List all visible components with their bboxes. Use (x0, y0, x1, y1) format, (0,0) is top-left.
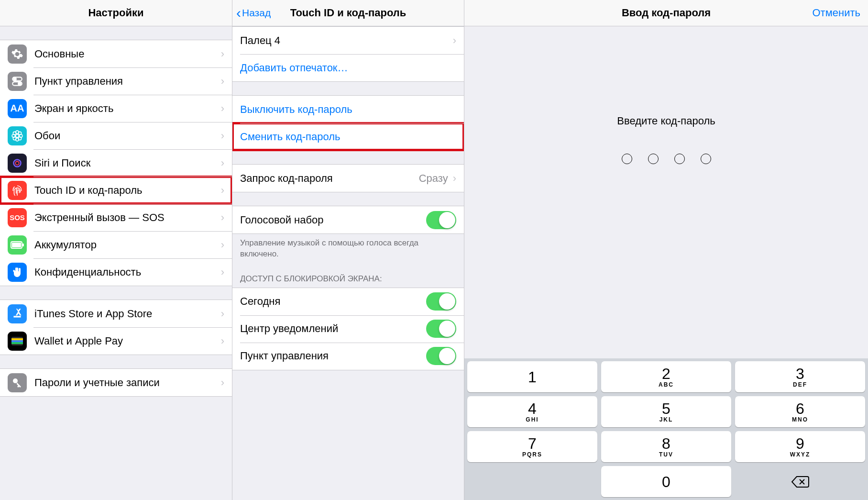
cell-label: Сегодня (240, 295, 426, 308)
keypad-key-5[interactable]: 5JKL (601, 396, 731, 427)
toggle-switch[interactable] (426, 320, 456, 338)
settings-item-label: Аккумулятор (34, 239, 221, 251)
svg-rect-17 (12, 243, 21, 247)
flower-icon (8, 126, 27, 145)
settings-item-label: Touch ID и код-пароль (34, 184, 221, 197)
key-letters: PQRS (522, 451, 542, 458)
settings-item-sos[interactable]: SOSЭкстренный вызов — SOS› (0, 204, 232, 231)
cell-change-passcode[interactable]: Сменить код-пароль (232, 123, 464, 150)
chevron-right-icon: › (221, 377, 224, 389)
key-digit: 1 (528, 369, 537, 385)
chevron-right-icon: › (221, 211, 224, 224)
cell-label: Пункт управления (240, 350, 426, 362)
settings-item-accounts[interactable]: Пароли и учетные записи› (0, 369, 232, 396)
sos-icon: SOS (8, 208, 27, 227)
key-digit: 7 (528, 436, 537, 451)
cell-disable-passcode[interactable]: Выключить код-пароль (232, 96, 464, 123)
voice-footer: Управление музыкой с помощью голоса всег… (232, 234, 464, 266)
settings-item-app-store[interactable]: iTunes Store и App Store› (0, 300, 232, 327)
key-letters: JKL (659, 416, 673, 423)
chevron-right-icon: › (221, 335, 224, 347)
settings-item-control-center[interactable]: Пункт управления› (0, 67, 232, 95)
key-letters: ABC (659, 381, 674, 388)
passcode-navbar: Ввод код-пароля Отменить (464, 0, 868, 26)
switches-icon (8, 72, 27, 91)
cell-today[interactable]: Сегодня (232, 288, 464, 315)
lockscreen-header: ДОСТУП С БЛОКИРОВКОЙ ЭКРАНА: (232, 266, 464, 288)
cell-add-fingerprint[interactable]: Добавить отпечаток… (232, 54, 464, 81)
wallet-icon (8, 332, 27, 351)
fingerprint-icon (8, 181, 27, 200)
passcode-dot (648, 154, 659, 164)
cell-label: Сменить код-пароль (240, 131, 456, 143)
touchid-title: Touch ID и код-пароль (290, 7, 407, 19)
settings-item-label: Wallet и Apple Pay (34, 335, 221, 347)
key-letters: MNO (792, 416, 808, 423)
chevron-right-icon: › (221, 239, 224, 251)
settings-item-wallet[interactable]: Wallet и Apple Pay› (0, 327, 232, 355)
svg-point-4 (16, 134, 19, 137)
touchid-scroll[interactable]: Палец 4›Добавить отпечаток… Выключить ко… (232, 26, 464, 500)
passcode-entry-column: Ввод код-пароля Отменить Введите код-пар… (464, 0, 868, 500)
settings-item-general[interactable]: Основные› (0, 40, 232, 67)
keypad-blank (467, 466, 597, 497)
cancel-button[interactable]: Отменить (812, 7, 860, 19)
chevron-right-icon: › (221, 48, 224, 60)
passcode-dot (622, 154, 632, 164)
settings-scroll[interactable]: Основные›Пункт управления›AAЭкран и ярко… (0, 26, 232, 500)
chevron-left-icon: ‹ (236, 6, 241, 20)
settings-item-display[interactable]: AAЭкран и яркость› (0, 95, 232, 122)
keypad-key-8[interactable]: 8TUV (601, 431, 731, 462)
touchid-column: ‹ Назад Touch ID и код-пароль Палец 4›До… (232, 0, 464, 500)
cell-label: Палец 4 (240, 34, 453, 47)
keypad-key-6[interactable]: 6MNO (735, 396, 865, 427)
toggle-switch[interactable] (426, 211, 456, 229)
key-letters: GHI (526, 416, 538, 423)
chevron-right-icon: › (453, 34, 456, 47)
key-digit: 9 (796, 436, 804, 451)
keypad-key-3[interactable]: 3DEF (735, 361, 865, 392)
keypad-key-7[interactable]: 7PQRS (467, 431, 597, 462)
backspace-icon (791, 476, 809, 488)
chevron-right-icon: › (453, 172, 456, 185)
key-letters: TUV (659, 451, 673, 458)
settings-column: Настройки Основные›Пункт управления›AAЭк… (0, 0, 232, 500)
cell-control-center2[interactable]: Пункт управления (232, 343, 464, 370)
keypad-key-1[interactable]: 1 (467, 361, 597, 392)
cell-voice-dial[interactable]: Голосовой набор (232, 206, 464, 233)
cell-label: Добавить отпечаток… (240, 62, 456, 74)
back-button[interactable]: ‹ Назад (236, 6, 271, 20)
keypad-key-2[interactable]: 2ABC (601, 361, 731, 392)
hand-icon (8, 263, 27, 282)
keypad-delete[interactable] (735, 466, 865, 497)
chevron-right-icon: › (221, 266, 224, 278)
chevron-right-icon: › (221, 130, 224, 142)
cell-request-passcode[interactable]: Запрос код-пароляСразу› (232, 165, 464, 192)
toggle-switch[interactable] (426, 292, 456, 311)
cell-label: Центр уведомлений (240, 322, 426, 335)
key-digit: 5 (662, 401, 670, 416)
chevron-right-icon: › (221, 308, 224, 320)
siri-icon (8, 154, 27, 173)
settings-title: Настройки (88, 7, 143, 19)
cell-notif-center[interactable]: Центр уведомлений (232, 315, 464, 343)
keypad-key-9[interactable]: 9WXYZ (735, 431, 865, 462)
passcode-dots (622, 154, 711, 164)
settings-item-battery[interactable]: Аккумулятор› (0, 231, 232, 258)
settings-item-siri[interactable]: Siri и Поиск› (0, 149, 232, 177)
cell-finger4[interactable]: Палец 4› (232, 27, 464, 54)
cell-label: Запрос код-пароля (240, 172, 419, 185)
settings-item-wallpaper[interactable]: Обои› (0, 122, 232, 149)
settings-item-label: Пункт управления (34, 75, 221, 88)
toggle-switch[interactable] (426, 347, 456, 365)
keypad-key-4[interactable]: 4GHI (467, 396, 597, 427)
svg-rect-20 (11, 338, 23, 340)
battery-icon (8, 235, 27, 255)
keypad-key-0[interactable]: 0 (601, 466, 731, 497)
back-label: Назад (242, 7, 271, 19)
settings-item-privacy[interactable]: Конфиденциальность› (0, 258, 232, 286)
svg-rect-22 (11, 342, 23, 344)
svg-point-1 (13, 78, 16, 80)
settings-item-touchid[interactable]: Touch ID и код-пароль› (0, 177, 232, 204)
passcode-title: Ввод код-пароля (622, 7, 711, 19)
